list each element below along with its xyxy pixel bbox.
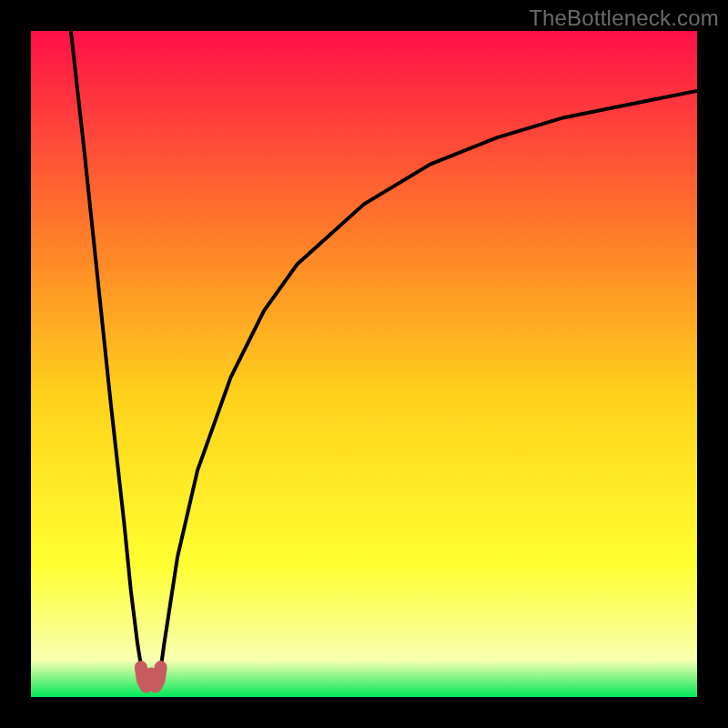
chart-plot bbox=[31, 31, 697, 697]
highlight-notch bbox=[141, 667, 161, 686]
chart-frame: TheBottleneck.com bbox=[0, 0, 728, 728]
watermark-label: TheBottleneck.com bbox=[529, 5, 719, 31]
